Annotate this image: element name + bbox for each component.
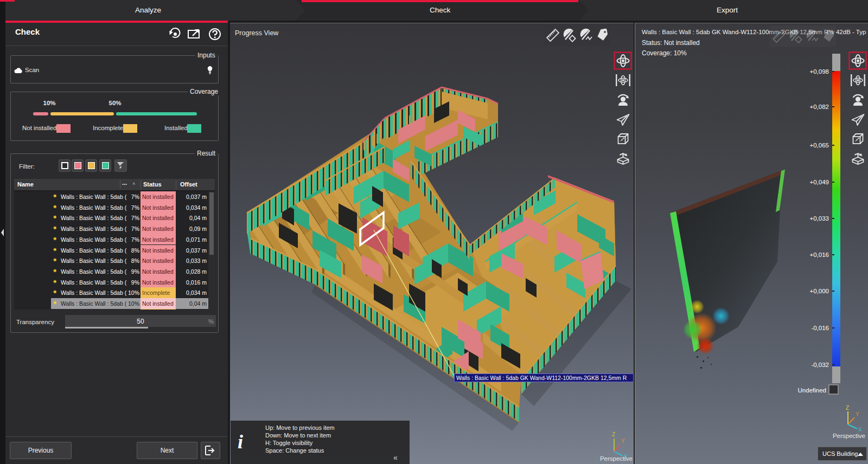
svg-text:Y: Y xyxy=(621,438,625,444)
svg-text:Z: Z xyxy=(846,405,849,411)
svg-text:-0,016: -0,016 xyxy=(811,325,829,331)
svg-text:Y: Y xyxy=(856,411,859,417)
svg-text:+0,065: +0,065 xyxy=(810,142,829,149)
svg-text:Z: Z xyxy=(612,431,615,437)
svg-text:+0,082: +0,082 xyxy=(810,104,829,110)
svg-text:+0,016: +0,016 xyxy=(810,252,829,258)
svg-text:X: X xyxy=(858,427,862,433)
svg-text:-0,032: -0,032 xyxy=(811,362,829,368)
svg-text:+0,000: +0,000 xyxy=(810,288,829,294)
svg-text:+0,033: +0,033 xyxy=(810,215,829,222)
svg-text:+0,098: +0,098 xyxy=(810,68,829,75)
svg-text:+0,049: +0,049 xyxy=(810,179,829,185)
svg-text:Undefined: Undefined xyxy=(798,387,826,394)
